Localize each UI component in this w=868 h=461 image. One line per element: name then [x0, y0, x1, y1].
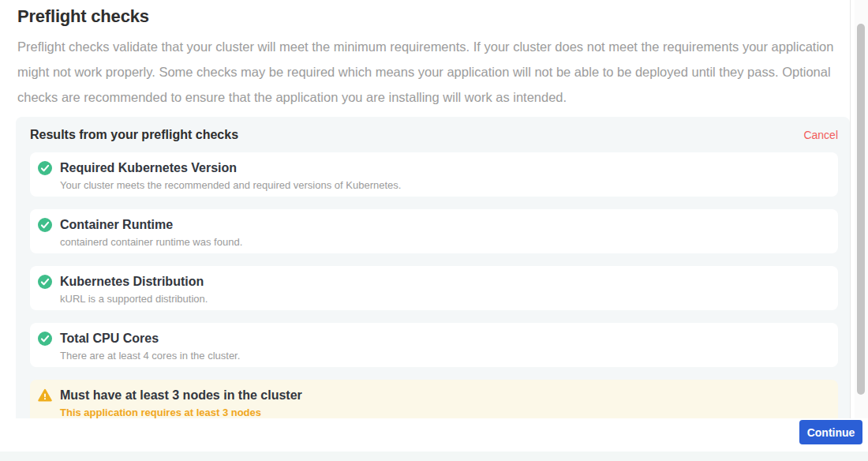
check-card-kubernetes-distribution: Kubernetes Distribution kURL is a suppor…: [30, 266, 838, 310]
check-circle-icon: [38, 332, 52, 346]
check-circle-icon: [38, 275, 52, 289]
continue-button[interactable]: Continue: [799, 420, 862, 444]
page-title: Preflight checks: [17, 6, 851, 27]
check-circle-icon: [38, 218, 52, 232]
vertical-scrollbar-thumb[interactable]: [857, 24, 865, 395]
check-circle-icon: [38, 161, 52, 175]
check-message: There are at least 4 cores in the cluste…: [60, 350, 240, 362]
preflight-results-panel: Results from your preflight checks Cance…: [16, 117, 850, 418]
cancel-link[interactable]: Cancel: [803, 129, 838, 141]
panel-header: Results from your preflight checks Cance…: [30, 128, 838, 142]
check-text: Container Runtime containerd container r…: [60, 217, 242, 248]
check-card-container-runtime: Container Runtime containerd container r…: [30, 209, 838, 253]
check-message: containerd container runtime was found.: [60, 236, 242, 248]
vertical-scrollbar-track[interactable]: [855, 0, 868, 418]
page-description: Preflight checks validate that your clus…: [17, 34, 843, 110]
check-title: Total CPU Cores: [60, 331, 240, 346]
check-title: Required Kubernetes Version: [60, 160, 401, 175]
check-card-required-kubernetes-version: Required Kubernetes Version Your cluster…: [30, 152, 838, 197]
check-title: Kubernetes Distribution: [60, 274, 208, 289]
check-title: Must have at least 3 nodes in the cluste…: [60, 388, 302, 403]
check-text: Kubernetes Distribution kURL is a suppor…: [60, 274, 208, 305]
check-text: Required Kubernetes Version Your cluster…: [60, 160, 401, 191]
panel-heading: Results from your preflight checks: [30, 128, 238, 142]
content-right-divider: [850, 0, 851, 452]
check-message: Your cluster meets the recommended and r…: [60, 179, 401, 191]
check-text: Total CPU Cores There are at least 4 cor…: [60, 331, 240, 362]
check-card-node-count-warning: Must have at least 3 nodes in the cluste…: [30, 380, 838, 418]
check-message: kURL is a supported distribution.: [60, 293, 208, 305]
check-message: This application requires at least 3 nod…: [60, 407, 302, 418]
bottom-strip: [0, 452, 868, 461]
preflight-checks-page: Preflight checks Preflight checks valida…: [0, 0, 868, 461]
check-text: Must have at least 3 nodes in the cluste…: [60, 388, 302, 418]
footer-bar: Continue: [0, 418, 868, 452]
check-card-total-cpu-cores: Total CPU Cores There are at least 4 cor…: [30, 323, 838, 367]
check-title: Container Runtime: [60, 217, 242, 232]
warning-triangle-icon: [38, 388, 52, 403]
scrollable-content[interactable]: Preflight checks Preflight checks valida…: [0, 0, 851, 418]
